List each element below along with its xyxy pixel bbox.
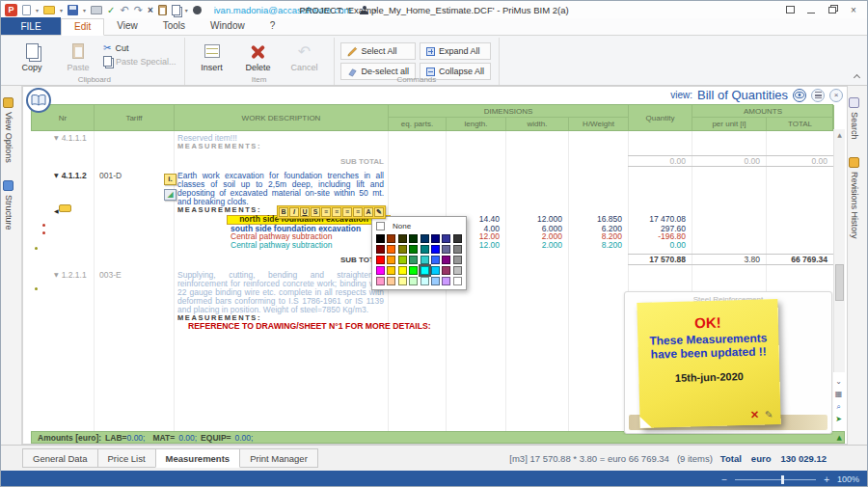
expand-all-button[interactable]: Expand All — [420, 42, 491, 60]
validate-icon[interactable]: ✓ — [107, 4, 115, 16]
tab-edit[interactable]: Edit — [61, 18, 104, 36]
tab-help[interactable]: ? — [258, 17, 288, 35]
zoom-in-icon[interactable]: + — [824, 474, 829, 485]
color-swatch[interactable] — [387, 256, 395, 264]
redo-icon[interactable]: ↷ — [134, 4, 143, 16]
book-icon[interactable] — [26, 88, 51, 113]
tab-measurements[interactable]: Measurements — [155, 448, 241, 468]
tab-general-data[interactable]: General Data — [22, 448, 98, 468]
format-button[interactable]: ≡ — [321, 207, 331, 217]
color-swatch[interactable] — [420, 266, 429, 275]
color-swatch[interactable] — [442, 266, 450, 275]
dropdown-caret-icon[interactable]: ▾ — [185, 7, 188, 14]
dropdown-caret-icon[interactable]: ▾ — [373, 7, 376, 14]
color-swatch[interactable] — [453, 277, 462, 285]
color-swatch[interactable] — [398, 277, 407, 285]
chevron-down-icon[interactable]: ▼ — [54, 172, 59, 178]
tariff-code[interactable]: 001-D — [94, 172, 174, 180]
color-swatch[interactable] — [431, 266, 440, 275]
format-button[interactable]: ≡ — [353, 207, 363, 217]
tab-tools[interactable]: Tools — [150, 17, 198, 35]
color-swatch[interactable] — [409, 234, 418, 243]
color-swatch[interactable] — [431, 256, 440, 264]
paste-special-button[interactable]: Paste Special... — [103, 56, 176, 67]
delete-button[interactable]: Delete — [237, 40, 280, 72]
color-swatch[interactable] — [398, 256, 407, 264]
sticky-note[interactable]: OK! These Measurements have been updated… — [637, 299, 780, 428]
color-swatch[interactable] — [387, 277, 395, 285]
color-swatch[interactable] — [442, 256, 450, 264]
undo-icon[interactable]: ↶ — [120, 4, 128, 16]
scroll-up-icon[interactable]: ▲ — [834, 129, 845, 140]
tab-window[interactable]: Window — [198, 17, 258, 35]
col-header-tariff[interactable]: Tariff — [95, 105, 175, 130]
delete-note-icon[interactable]: ✕ — [750, 409, 760, 421]
tab-file[interactable]: FILE — [1, 17, 61, 35]
sidebar-tab-revisions-history[interactable]: Revisions History — [849, 151, 859, 245]
col-header-amounts[interactable]: AMOUNTS — [692, 105, 834, 118]
color-swatch[interactable] — [376, 277, 385, 285]
save-icon[interactable] — [68, 5, 78, 15]
color-swatch[interactable] — [431, 245, 440, 254]
paste-button[interactable]: Paste — [57, 40, 99, 72]
format-button[interactable]: ≡ — [332, 207, 341, 217]
grid-icon[interactable]: ▦ — [835, 390, 843, 398]
color-swatch[interactable] — [387, 245, 395, 254]
color-swatch[interactable] — [420, 234, 429, 243]
color-swatch[interactable] — [409, 256, 418, 264]
table-row[interactable]: ▼4.1.1.2 001-D Earth work excavation for… — [31, 172, 833, 206]
select-all-button[interactable]: Select All — [340, 42, 417, 60]
item-description[interactable]: Supplying, cutting, bending and straight… — [174, 271, 388, 314]
color-swatch[interactable] — [409, 277, 418, 285]
color-swatch[interactable] — [376, 245, 385, 254]
color-swatch[interactable] — [398, 234, 407, 243]
format-button[interactable]: B — [279, 207, 288, 217]
account-email[interactable]: ivan.madonia@accasoftware.com — [214, 5, 352, 15]
color-swatch[interactable] — [453, 245, 462, 254]
col-header-quantity[interactable]: Quantity — [629, 105, 692, 130]
bim-tools-icon[interactable] — [193, 6, 202, 14]
eye-icon[interactable] — [793, 89, 806, 102]
col-header-dimensions[interactable]: DIMENSIONS — [389, 105, 629, 118]
color-swatch[interactable] — [387, 266, 395, 275]
close-button[interactable]: × — [844, 3, 863, 16]
chevron-down-icon[interactable]: ▼ — [54, 134, 59, 141]
color-swatch[interactable] — [398, 245, 407, 254]
sidebar-tab-structure[interactable]: Structure — [3, 175, 14, 236]
color-swatch[interactable] — [376, 266, 385, 275]
format-button[interactable]: A — [364, 207, 373, 217]
new-document-icon[interactable] — [22, 5, 31, 15]
zoom-out-icon[interactable]: − — [721, 474, 727, 485]
dropdown-caret-icon[interactable]: ▾ — [36, 7, 39, 14]
color-swatch[interactable] — [376, 256, 385, 264]
copy-button[interactable]: Copy — [11, 40, 53, 72]
info-icon[interactable]: i. — [164, 174, 176, 185]
format-button[interactable]: I — [289, 207, 299, 217]
sidebar-tab-search[interactable]: Search — [849, 92, 859, 146]
chevron-down-icon[interactable]: ▼ — [54, 271, 59, 278]
color-swatch[interactable] — [420, 256, 429, 264]
color-swatch[interactable] — [453, 256, 462, 264]
format-button[interactable]: ✎ — [374, 207, 384, 217]
copy-icon[interactable] — [172, 5, 180, 15]
col-header-work-description[interactable]: WORK DESCRIPTION — [175, 105, 389, 130]
tariff-code[interactable]: 003-E — [94, 271, 174, 280]
color-swatch[interactable] — [420, 277, 429, 285]
color-swatch[interactable] — [409, 245, 418, 254]
collapse-ribbon-icon[interactable] — [854, 73, 861, 81]
zoom-icon[interactable]: ⌕ — [836, 402, 840, 411]
col-header-per-unit[interactable]: per unit [i] — [692, 118, 767, 130]
color-swatch[interactable] — [442, 277, 450, 285]
print-icon[interactable] — [91, 6, 102, 14]
help-window-icon[interactable] — [780, 3, 800, 16]
color-swatch[interactable] — [398, 266, 407, 275]
col-header-total[interactable]: TOTAL — [767, 118, 834, 130]
tab-price-list[interactable]: Price List — [97, 448, 156, 468]
scrollbar-thumb[interactable] — [835, 264, 844, 301]
scroll-up-green-icon[interactable]: ▲ — [837, 434, 842, 442]
open-folder-icon[interactable] — [43, 6, 55, 14]
color-none-option[interactable]: None — [376, 220, 462, 232]
sidebar-tab-view-options[interactable]: View Options — [3, 92, 14, 169]
color-swatch[interactable] — [442, 234, 450, 243]
color-swatch[interactable] — [420, 245, 429, 254]
